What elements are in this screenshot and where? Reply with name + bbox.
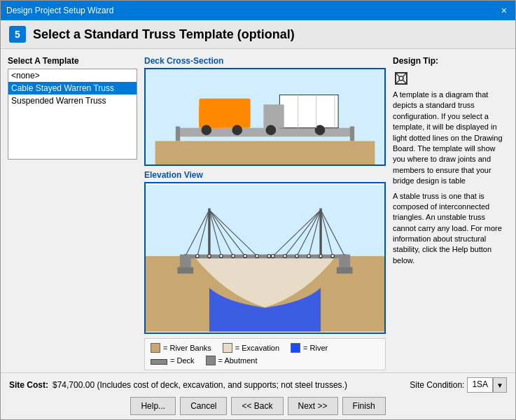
legend-excavation-label: = Excavation bbox=[235, 344, 279, 352]
legend-river-banks: = River Banks bbox=[151, 343, 211, 353]
legend-river-color bbox=[291, 343, 300, 353]
cancel-button[interactable]: Cancel bbox=[180, 397, 227, 415]
footer-top: Site Cost: $74,700.00 (Includes cost of … bbox=[9, 377, 507, 393]
left-panel: Select A Template <none> Cable Stayed Wa… bbox=[8, 56, 137, 365]
svg-rect-2 bbox=[176, 127, 180, 141]
wizard-header: 5 Select a Standard Truss Template (opti… bbox=[1, 20, 515, 49]
svg-point-47 bbox=[307, 255, 311, 258]
site-cost-label: Site Cost: bbox=[9, 380, 48, 390]
help-button[interactable]: Help... bbox=[130, 397, 176, 415]
legend-deck-color bbox=[151, 359, 167, 365]
main-window: Design Project Setup Wizard × 5 Select a… bbox=[0, 0, 516, 420]
legend-river-label: = River bbox=[303, 344, 328, 352]
elevation-title: Elevation View bbox=[144, 170, 386, 180]
site-cost-value: $74,700.00 (Includes cost of deck, excav… bbox=[53, 380, 347, 390]
svg-rect-9 bbox=[279, 95, 338, 128]
svg-point-7 bbox=[201, 125, 211, 136]
legend-abutment: = Abutment bbox=[206, 356, 258, 365]
cross-section-view bbox=[144, 68, 386, 166]
elevation-view bbox=[144, 182, 386, 334]
svg-point-48 bbox=[319, 255, 323, 258]
legend-excavation: = Excavation bbox=[223, 343, 279, 353]
legend-river-banks-label: = River Banks bbox=[163, 344, 211, 352]
svg-rect-54 bbox=[337, 267, 353, 274]
legend-river: = River bbox=[291, 343, 328, 353]
legend-box: = River Banks = Excavation = River = Dec… bbox=[144, 338, 386, 370]
svg-rect-53 bbox=[177, 267, 193, 274]
legend-deck-label: = Deck bbox=[170, 356, 195, 365]
svg-point-37 bbox=[196, 255, 200, 258]
site-condition-dropdown-btn[interactable]: ▼ bbox=[493, 377, 507, 393]
elevation-section: Elevation View bbox=[144, 170, 386, 334]
design-tip-content: A template is a diagram that depicts a s… bbox=[393, 90, 508, 266]
window-title: Design Project Setup Wizard bbox=[6, 6, 113, 15]
template-list-title: Select A Template bbox=[8, 56, 137, 66]
svg-point-41 bbox=[244, 255, 247, 258]
svg-point-38 bbox=[208, 255, 211, 258]
cross-section-title: Deck Cross-Section bbox=[144, 56, 386, 66]
footer: Site Cost: $74,700.00 (Includes cost of … bbox=[1, 372, 515, 419]
legend-abutment-label: = Abutment bbox=[218, 356, 258, 365]
template-item-cable-stayed[interactable]: Cable Stayed Warren Truss bbox=[8, 82, 137, 94]
right-panel: Design Tip: A template is a diagram that… bbox=[393, 56, 508, 365]
svg-point-58 bbox=[399, 76, 403, 80]
svg-point-12 bbox=[266, 125, 277, 136]
svg-point-45 bbox=[284, 255, 287, 258]
title-bar: Design Project Setup Wizard × bbox=[1, 1, 515, 20]
legend-abutment-color bbox=[206, 356, 216, 365]
template-list: <none> Cable Stayed Warren Truss Suspend… bbox=[8, 69, 137, 160]
page-title: Select a Standard Truss Template (option… bbox=[33, 27, 295, 42]
svg-point-46 bbox=[295, 255, 299, 258]
cross-section-section: Deck Cross-Section bbox=[144, 56, 386, 166]
back-button[interactable]: << Back bbox=[231, 397, 283, 415]
site-condition: Site Condition: 1SA ▼ bbox=[410, 377, 507, 393]
svg-rect-11 bbox=[263, 104, 284, 127]
finish-button[interactable]: Finish bbox=[342, 397, 386, 415]
design-tip-title: Design Tip: bbox=[393, 56, 508, 66]
svg-point-49 bbox=[331, 255, 335, 258]
svg-point-40 bbox=[232, 255, 235, 258]
legend-river-banks-color bbox=[151, 343, 160, 353]
legend-deck: = Deck bbox=[151, 356, 195, 365]
site-condition-select: 1SA ▼ bbox=[467, 377, 507, 393]
close-button[interactable]: × bbox=[498, 5, 510, 16]
svg-rect-4 bbox=[155, 141, 375, 164]
svg-rect-3 bbox=[350, 127, 354, 141]
site-condition-label: Site Condition: bbox=[410, 380, 464, 390]
site-condition-value: 1SA bbox=[467, 377, 493, 393]
svg-point-42 bbox=[256, 255, 259, 258]
middle-panel: Deck Cross-Section bbox=[144, 56, 386, 365]
svg-point-8 bbox=[232, 125, 242, 136]
footer-buttons: Help... Cancel << Back Next >> Finish bbox=[9, 397, 507, 415]
legend-excavation-color bbox=[223, 343, 232, 353]
svg-point-43 bbox=[267, 255, 271, 258]
next-button[interactable]: Next >> bbox=[288, 397, 338, 415]
design-tip-para2: A stable truss is one that is composed o… bbox=[393, 191, 508, 267]
svg-point-44 bbox=[272, 255, 275, 258]
template-item-suspended[interactable]: Suspended Warren Truss bbox=[8, 94, 137, 107]
main-content: Select A Template <none> Cable Stayed Wa… bbox=[1, 49, 515, 372]
step-badge: 5 bbox=[9, 26, 26, 43]
template-item-none[interactable]: <none> bbox=[8, 69, 137, 82]
design-tip-para1: A template is a diagram that depicts a s… bbox=[393, 90, 508, 187]
svg-rect-6 bbox=[199, 106, 217, 127]
compass-icon bbox=[393, 70, 410, 87]
svg-point-39 bbox=[220, 255, 223, 258]
